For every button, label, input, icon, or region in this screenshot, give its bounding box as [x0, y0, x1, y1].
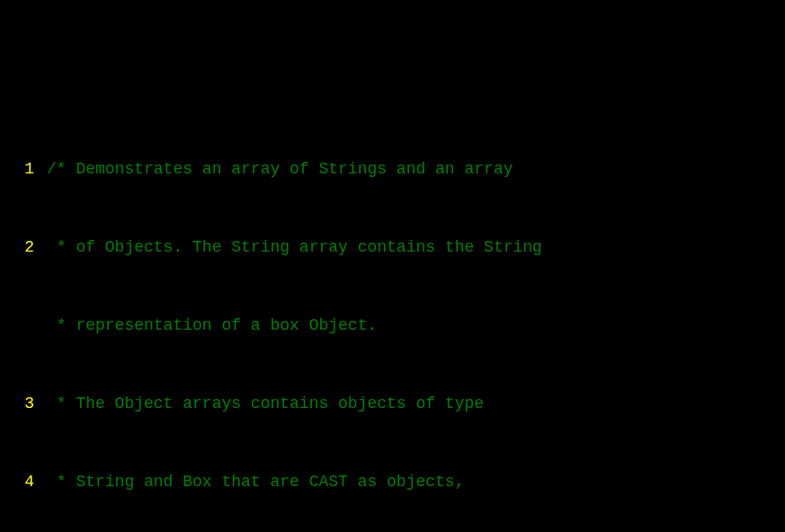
line-number [0, 313, 34, 339]
code-area[interactable]: /* Demonstrates an array of Strings and … [40, 104, 785, 532]
line-number: 1 [0, 156, 34, 182]
line-number: 4 [0, 469, 34, 495]
code-token: * of Objects. The String array contains … [47, 238, 542, 256]
code-editor: 1 2 3 4 5 6 7 8 9 10 11 12 13 14 15 16 1… [0, 104, 785, 532]
code-line[interactable]: * The Object arrays contains objects of … [47, 391, 785, 417]
code-line[interactable]: /* Demonstrates an array of Strings and … [47, 156, 785, 182]
code-token: * representation of a box Object. [47, 316, 377, 334]
code-line[interactable]: * of Objects. The String array contains … [47, 235, 785, 261]
code-line[interactable]: * String and Box that are CAST as object… [47, 469, 785, 495]
code-token: /* Demonstrates an array of Strings and … [47, 160, 513, 178]
code-line[interactable]: * representation of a box Object. [47, 313, 785, 339]
code-token: * The Object arrays contains objects of … [47, 395, 484, 412]
line-number: 3 [0, 391, 34, 417]
line-number: 2 [0, 235, 34, 261]
code-token: * String and Box that are CAST as object… [47, 473, 464, 491]
line-number-gutter: 1 2 3 4 5 6 7 8 9 10 11 12 13 14 15 16 1… [0, 104, 40, 532]
